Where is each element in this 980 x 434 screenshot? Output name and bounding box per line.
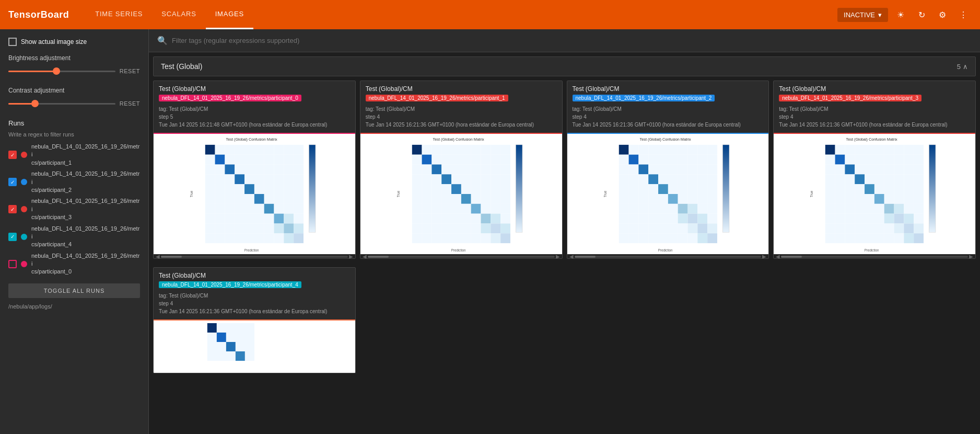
svg-rect-343	[874, 165, 884, 175]
brightness-thumb[interactable]	[53, 67, 60, 75]
svg-rect-14	[215, 155, 225, 165]
scroll-left-icon-3[interactable]: ◀	[775, 254, 781, 259]
svg-rect-399	[835, 223, 845, 233]
svg-text:Prediction: Prediction	[451, 248, 465, 252]
svg-rect-262	[707, 184, 717, 194]
scroll-left-icon-1[interactable]: ◀	[361, 254, 368, 259]
contrast-thumb[interactable]	[31, 100, 39, 107]
svg-text:Test (Global) Confusion Matrix: Test (Global) Confusion Matrix	[433, 137, 484, 142]
brightness-reset-button[interactable]: RESET	[120, 68, 140, 74]
run-dot-participant_4	[21, 234, 27, 240]
run-checkbox-participant_4[interactable]: ✓	[8, 233, 17, 241]
svg-rect-72	[294, 204, 304, 214]
scroll-left-icon-0[interactable]: ◀	[155, 254, 161, 259]
svg-rect-401	[855, 223, 865, 233]
svg-rect-178	[412, 214, 422, 224]
chevron-down-icon: ▾	[878, 11, 882, 19]
toggle-all-runs-button[interactable]: TOGGLE ALL RUNS	[8, 283, 140, 298]
svg-rect-182	[451, 214, 461, 224]
card-scrollbar-1[interactable]: ◀ ▶	[360, 254, 562, 258]
run-checkbox-participant_1[interactable]: ✓	[8, 151, 17, 159]
svg-rect-213	[619, 145, 628, 155]
svg-rect-323	[874, 145, 884, 155]
svg-rect-235	[638, 165, 648, 175]
run-checkbox-participant_3[interactable]: ✓	[8, 205, 17, 213]
svg-rect-237	[658, 165, 668, 175]
show-image-size-label: Show actual image size	[21, 38, 87, 45]
chevron-up-icon[interactable]: ∧	[963, 63, 968, 71]
svg-rect-144	[471, 174, 481, 184]
svg-rect-134	[471, 165, 481, 175]
svg-rect-369	[835, 194, 845, 204]
svg-rect-342	[865, 165, 874, 175]
run-item-participant_4[interactable]: ✓ nebula_DFL_14_01_2025_16_19_26/metrics…	[8, 225, 140, 249]
svg-rect-428	[226, 333, 236, 342]
svg-rect-244	[628, 174, 638, 184]
contrast-slider[interactable]	[8, 98, 115, 109]
svg-rect-167	[500, 194, 510, 204]
svg-rect-276	[648, 204, 658, 214]
more-button[interactable]: ⋮	[955, 6, 972, 23]
nav-scalars[interactable]: SCALARS	[152, 0, 205, 29]
svg-rect-101	[284, 233, 294, 243]
scroll-right-icon-3[interactable]: ▶	[968, 254, 974, 259]
inactive-button[interactable]: INACTIVE ▾	[837, 8, 888, 22]
card-scrollbar-0[interactable]: ◀ ▶	[154, 254, 355, 258]
svg-rect-310	[687, 233, 697, 243]
card-tag-2: nebula_DFL_14_01_2025_16_19_26/metrics/p…	[573, 95, 715, 101]
card-scrollbar-3[interactable]: ◀ ▶	[774, 254, 975, 258]
run-item-participant_0[interactable]: nebula_DFL_14_01_2025_16_19_26/metrics/p…	[8, 252, 140, 276]
svg-rect-62	[294, 194, 304, 204]
run-checkbox-participant_2[interactable]: ✓	[8, 178, 17, 186]
run-label-participant_1: nebula_DFL_14_01_2025_16_19_26/metrics/p…	[31, 143, 140, 167]
settings-button[interactable]: ⚙	[934, 6, 951, 23]
svg-rect-274	[628, 204, 638, 214]
svg-rect-219	[678, 145, 687, 155]
svg-rect-75	[225, 214, 235, 224]
brightness-slider[interactable]	[8, 66, 115, 76]
svg-rect-223	[619, 155, 628, 165]
svg-rect-204	[471, 233, 481, 243]
show-image-size-section: Show actual image size	[8, 38, 140, 46]
svg-rect-372	[865, 194, 874, 204]
svg-rect-271	[697, 194, 707, 204]
contrast-reset-button[interactable]: RESET	[120, 100, 140, 107]
run-checkbox-participant_0[interactable]	[8, 260, 17, 268]
group-count: 5 ∧	[957, 63, 968, 71]
svg-rect-275	[638, 204, 648, 214]
svg-rect-63	[205, 204, 215, 214]
filter-input[interactable]	[172, 37, 972, 44]
svg-rect-146	[491, 174, 500, 184]
logs-path: /nebula/app/logs/	[8, 303, 140, 310]
run-item-participant_1[interactable]: ✓ nebula_DFL_14_01_2025_16_19_26/metrics…	[8, 143, 140, 167]
scroll-right-icon-2[interactable]: ▶	[761, 254, 767, 259]
svg-rect-83	[205, 223, 215, 233]
svg-rect-197	[500, 223, 510, 233]
brightness-icon-btn[interactable]: ☀	[892, 6, 909, 23]
svg-rect-117	[500, 145, 510, 155]
svg-rect-431	[207, 342, 217, 351]
svg-rect-268	[668, 194, 678, 204]
nav-images[interactable]: IMAGES	[206, 0, 253, 29]
svg-rect-50	[274, 184, 284, 194]
svg-rect-396	[904, 214, 914, 224]
refresh-button[interactable]: ↻	[913, 6, 930, 23]
svg-rect-386	[904, 204, 914, 214]
card-scrollbar-2[interactable]: ◀ ▶	[567, 254, 769, 258]
svg-rect-424	[236, 323, 245, 333]
svg-rect-33	[205, 174, 215, 184]
scroll-right-icon-0[interactable]: ▶	[348, 254, 354, 259]
card-header-1: Test (Global)/CM nebula_DFL_14_01_2025_1…	[360, 81, 562, 133]
svg-rect-304	[628, 233, 638, 243]
show-actual-size-checkbox[interactable]	[8, 38, 17, 46]
images-scroll[interactable]: Test (Global) 5 ∧ Test (Global)/CM nebul…	[149, 52, 980, 434]
run-item-participant_3[interactable]: ✓ nebula_DFL_14_01_2025_16_19_26/metrics…	[8, 197, 140, 221]
run-item-participant_2[interactable]: ✓ nebula_DFL_14_01_2025_16_19_26/metrics…	[8, 170, 140, 194]
svg-rect-373	[874, 194, 884, 204]
scroll-right-icon-1[interactable]: ▶	[555, 254, 561, 259]
svg-rect-59	[264, 194, 274, 204]
scroll-left-icon-2[interactable]: ◀	[568, 254, 575, 259]
confusion-matrix-0: Test (Global) Confusion Matrix	[154, 134, 355, 254]
nav-time-series[interactable]: TIME SERIES	[86, 0, 152, 29]
svg-rect-163	[461, 194, 471, 204]
